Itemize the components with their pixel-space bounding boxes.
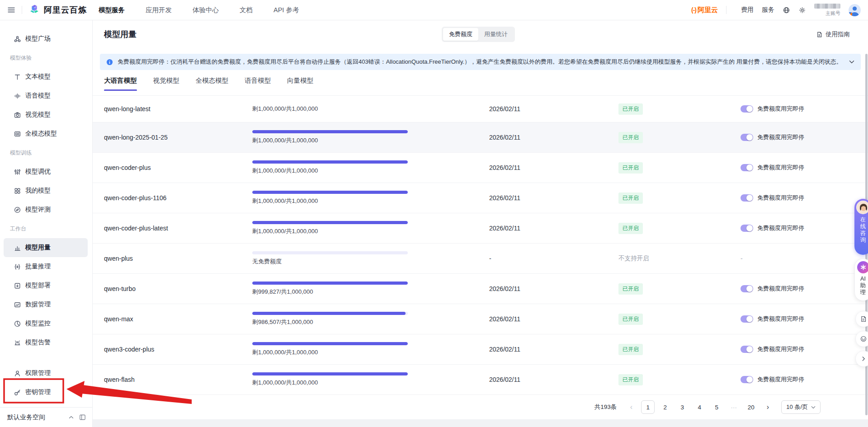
table-row: qwen-coder-plus剩1,000,000/共1,000,0002026… xyxy=(93,153,868,183)
page-size-select[interactable]: 10 条/页 xyxy=(781,400,821,414)
tab-3[interactable]: 语音模型 xyxy=(245,76,271,91)
page-3[interactable]: 3 xyxy=(675,400,689,414)
sidebar-item-data-management[interactable]: 数据管理 xyxy=(4,295,88,314)
free-quota-stop-toggle[interactable] xyxy=(741,376,753,383)
quota-progress-track xyxy=(252,191,408,194)
tab-0[interactable]: 大语言模型 xyxy=(104,76,137,91)
status-badge: 已开启 xyxy=(618,132,643,143)
quota-cell: 无免费额度 xyxy=(252,244,489,273)
collapse-widgets-button[interactable] xyxy=(855,351,868,367)
quota-cell: 剩1,000,000/共1,000,000 xyxy=(252,96,489,122)
user-avatar[interactable] xyxy=(849,4,861,16)
page-ellipsis[interactable]: ··· xyxy=(727,400,741,414)
sidebar-item-permission-management[interactable]: 权限管理 xyxy=(4,364,88,383)
toggle-label: 免费额度用完即停 xyxy=(757,133,804,141)
sidebar-item-audio-model[interactable]: 语音模型 xyxy=(4,86,88,105)
sidebar-item-apikey-management[interactable]: 密钥管理 xyxy=(4,383,88,402)
quota-text: 剩1,000,000/共1,000,000 xyxy=(252,167,489,175)
sidebar-item-model-eval[interactable]: 模型评测 xyxy=(4,200,88,219)
page-5[interactable]: 5 xyxy=(710,400,723,414)
segmented-option-1[interactable]: 用量统计 xyxy=(478,28,514,41)
sidebar-item-batch-inference[interactable]: 批量推理 xyxy=(4,257,88,276)
status-badge: 已开启 xyxy=(618,283,643,295)
segmented-option-0[interactable]: 免费额度 xyxy=(443,28,478,41)
sidebar-item-model-monitor[interactable]: 模型监控 xyxy=(4,314,88,333)
status-badge: 已开启 xyxy=(618,162,643,174)
sidebar-item-model-usage[interactable]: 模型用量 xyxy=(4,238,88,257)
free-quota-stop-toggle[interactable] xyxy=(741,164,753,171)
online-consult-button[interactable]: 在线咨询 xyxy=(854,199,868,255)
tab-1[interactable]: 视觉模型 xyxy=(153,76,179,91)
account-info[interactable]: 主账号 xyxy=(814,4,840,17)
sidebar-item-model-tuning[interactable]: 模型调优 xyxy=(4,162,88,181)
table-row: qwen-long-2025-01-25剩1,000,000/共1,000,00… xyxy=(93,122,868,153)
aliyun-logo-text: 阿里云 xyxy=(698,6,718,14)
sidebar-item-model-deploy[interactable]: 模型部署 xyxy=(4,276,88,295)
aliyun-logo[interactable]: (-) 阿里云 xyxy=(691,6,718,14)
topnav-item-3[interactable]: 文档 xyxy=(240,6,253,14)
hamburger-menu-icon[interactable] xyxy=(7,6,15,14)
status-cell: 已开启 xyxy=(618,153,741,183)
toggle-label: 免费额度用完即停 xyxy=(757,164,804,172)
feedback-doc-button[interactable] xyxy=(855,311,868,327)
ai-assistant-button[interactable]: AI助理 xyxy=(854,258,868,301)
gear-icon[interactable] xyxy=(798,6,806,14)
sidebar-item-model-alert[interactable]: 模型告警 xyxy=(4,333,88,352)
total-count: 共193条 xyxy=(594,403,617,411)
sidebar-item-model-plaza[interactable]: 模型广场 xyxy=(4,29,88,48)
tab-4[interactable]: 向量模型 xyxy=(287,76,313,91)
page-1[interactable]: 1 xyxy=(641,400,655,414)
bailian-logo[interactable]: 阿里云百炼 xyxy=(28,4,87,16)
status-cell: 已开启 xyxy=(618,96,741,122)
account-name-redacted xyxy=(814,4,840,9)
consult-agent-avatar xyxy=(856,201,868,214)
next-page-button[interactable]: › xyxy=(761,401,774,413)
usage-guide-link[interactable]: 使用指南 xyxy=(816,30,850,38)
free-quota-stop-toggle[interactable] xyxy=(741,134,753,141)
page-2[interactable]: 2 xyxy=(658,400,672,414)
sidebar-item-vision-model[interactable]: 视觉模型 xyxy=(4,105,88,124)
topnav-item-2[interactable]: 体验中心 xyxy=(193,6,219,14)
topbar-right: (-) 阿里云 费用 服务 主账号 xyxy=(691,4,861,17)
sidebar-item-omni-model[interactable]: 全模态模型 xyxy=(4,124,88,143)
status-cell: 已开启 xyxy=(618,122,741,152)
model-name: qwen-flash xyxy=(104,365,252,394)
sidebar-item-text-model[interactable]: 文本模型 xyxy=(4,67,88,86)
tune-icon xyxy=(14,168,21,176)
quota-progress-fill xyxy=(252,221,408,224)
prev-page-button[interactable]: ‹ xyxy=(625,401,637,413)
free-quota-stop-toggle[interactable] xyxy=(741,225,753,232)
quota-cell: 剩1,000,000/共1,000,000 xyxy=(252,334,489,364)
free-quota-stop-toggle[interactable] xyxy=(741,105,753,113)
quota-text: 剩1,000,000/共1,000,000 xyxy=(252,105,489,113)
toggle-label: 免费额度用完即停 xyxy=(757,315,804,323)
free-quota-stop-toggle[interactable] xyxy=(741,194,753,202)
toggle-label: 免费额度用完即停 xyxy=(757,345,804,353)
sidebar-item-my-models[interactable]: 我的模型 xyxy=(4,181,88,200)
topnav-item-0[interactable]: 模型服务 xyxy=(99,6,125,14)
sidebar-nav: 模型广场模型体验文本模型语音模型视觉模型全模态模型模型训练模型调优我的模型模型评… xyxy=(0,29,92,402)
services-link[interactable]: 服务 xyxy=(762,6,774,14)
page-4[interactable]: 4 xyxy=(693,400,706,414)
collapse-sidebar-icon[interactable] xyxy=(79,414,86,421)
chevron-up-icon[interactable] xyxy=(69,416,74,419)
tab-2[interactable]: 全模态模型 xyxy=(196,76,229,91)
topbar-divider xyxy=(726,6,726,14)
free-quota-stop-toggle[interactable] xyxy=(741,315,753,323)
bailian-logo-icon xyxy=(28,4,40,16)
free-quota-stop-toggle[interactable] xyxy=(741,346,753,353)
data-icon xyxy=(14,301,21,309)
expiry-date: 2026/02/11 xyxy=(489,122,618,152)
status-badge: 已开启 xyxy=(618,192,643,204)
page-20[interactable]: 20 xyxy=(744,400,758,414)
status-cell: 已开启 xyxy=(618,274,741,304)
topnav-item-4[interactable]: API 参考 xyxy=(274,6,299,14)
globe-icon[interactable] xyxy=(783,6,790,14)
free-quota-stop-toggle[interactable] xyxy=(741,285,753,292)
billing-link[interactable]: 费用 xyxy=(741,6,754,14)
workspace-switcher[interactable]: 默认业务空间 xyxy=(0,407,92,427)
survey-smiley-button[interactable] xyxy=(855,331,868,347)
status-cell: 已开启 xyxy=(618,183,741,213)
topnav-item-1[interactable]: 应用开发 xyxy=(146,6,172,14)
banner-chevron-down-icon[interactable] xyxy=(844,60,854,64)
